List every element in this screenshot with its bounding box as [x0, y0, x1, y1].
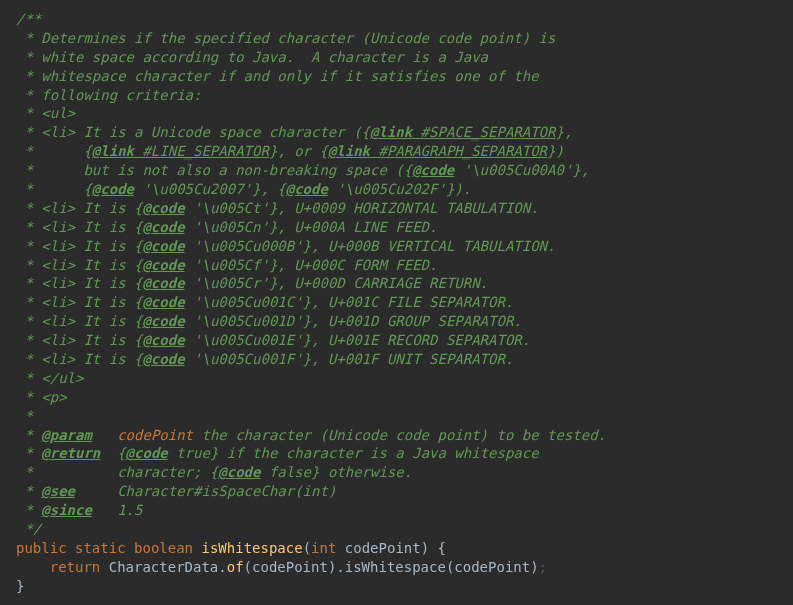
javadoc-line: * <li> It is {@code '\u005Cu001E'}, U+00…: [16, 331, 777, 350]
code-editor[interactable]: /** * Determines if the specified charac…: [16, 10, 777, 596]
code-line: return CharacterData.of(codePoint).isWhi…: [16, 558, 777, 577]
javadoc-line: * <ul>: [16, 104, 777, 123]
code-line: public static boolean isWhitespace(int c…: [16, 539, 777, 558]
javadoc-line: * Determines if the specified character …: [16, 29, 777, 48]
javadoc-line: * </ul>: [16, 369, 777, 388]
javadoc-line: * <li> It is {@code '\u005Cf'}, U+000C F…: [16, 256, 777, 275]
code-line: }: [16, 577, 777, 596]
javadoc-line: * <li> It is {@code '\u005Cu000B'}, U+00…: [16, 237, 777, 256]
javadoc-line: * {@code '\u005Cu2007'}, {@code '\u005Cu…: [16, 180, 777, 199]
javadoc-line: * white space according to Java. A chara…: [16, 48, 777, 67]
javadoc-line: * <li> It is {@code '\u005Ct'}, U+0009 H…: [16, 199, 777, 218]
javadoc-line: * @param codePoint the character (Unicod…: [16, 426, 777, 445]
javadoc-line: * <li> It is a Unicode space character (…: [16, 123, 777, 142]
javadoc-line: * {@link #LINE_SEPARATOR}, or {@link #PA…: [16, 142, 777, 161]
javadoc-line: * following criteria:: [16, 86, 777, 105]
javadoc-line: * <li> It is {@code '\u005Cu001D'}, U+00…: [16, 312, 777, 331]
javadoc-line: * @return {@code true} if the character …: [16, 444, 777, 463]
javadoc-line: * <li> It is {@code '\u005Cn'}, U+000A L…: [16, 218, 777, 237]
javadoc-line: * <li> It is {@code '\u005Cr'}, U+000D C…: [16, 274, 777, 293]
javadoc-line: * <li> It is {@code '\u005Cu001F'}, U+00…: [16, 350, 777, 369]
javadoc-line: *: [16, 407, 777, 426]
javadoc-line: */: [16, 520, 777, 539]
javadoc-line: * <li> It is {@code '\u005Cu001C'}, U+00…: [16, 293, 777, 312]
javadoc-line: * <p>: [16, 388, 777, 407]
javadoc-line: * @see Character#isSpaceChar(int): [16, 482, 777, 501]
javadoc-line: /**: [16, 10, 777, 29]
javadoc-line: * whitespace character if and only if it…: [16, 67, 777, 86]
javadoc-line: * but is not also a non-breaking space (…: [16, 161, 777, 180]
javadoc-line: * character; {@code false} otherwise.: [16, 463, 777, 482]
javadoc-line: * @since 1.5: [16, 501, 777, 520]
